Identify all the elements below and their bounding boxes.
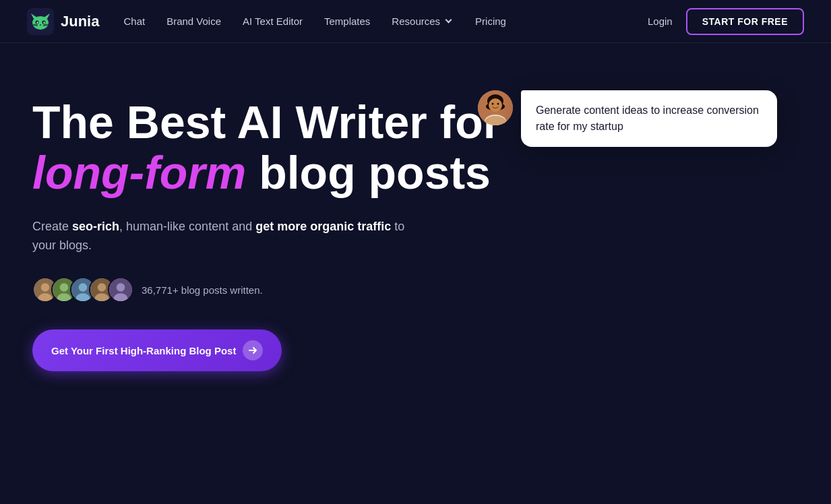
chevron-down-icon — [443, 16, 454, 27]
svg-point-8 — [40, 24, 41, 26]
nav-link-ai-text-editor[interactable]: AI Text Editor — [243, 15, 303, 27]
sub-traffic: get more organic traffic — [255, 220, 391, 233]
svg-point-20 — [79, 283, 88, 292]
svg-point-33 — [497, 103, 499, 105]
navbar-left: Junia Chat Brand Voice AI Text Editor Te… — [27, 8, 506, 35]
svg-point-32 — [492, 103, 494, 105]
sub-mid: , human-like content and — [119, 220, 255, 233]
svg-point-23 — [98, 283, 106, 292]
hero-subtext: Create seo-rich, human-like content and … — [32, 217, 410, 256]
start-for-free-button[interactable]: START FOR FREE — [686, 8, 804, 35]
chat-user-avatar — [478, 90, 513, 125]
headline-blog-posts: blog posts — [259, 147, 491, 198]
navbar: Junia Chat Brand Voice AI Text Editor Te… — [0, 0, 831, 43]
nav-link-brand-voice[interactable]: Brand Voice — [166, 15, 221, 27]
svg-point-7 — [44, 22, 45, 23]
nav-link-resources[interactable]: Resources — [392, 15, 454, 27]
headline-part1: The Best AI Writer for — [32, 96, 501, 148]
avatars — [32, 277, 133, 303]
svg-point-31 — [489, 98, 502, 112]
social-proof: 36,771+ blog posts written. — [32, 277, 799, 303]
cta-button[interactable]: Get Your First High-Ranking Blog Post — [32, 329, 282, 371]
cta-arrow-icon — [243, 340, 263, 360]
svg-point-6 — [37, 22, 38, 23]
hero-headline: The Best AI Writer for long-form blog po… — [32, 97, 531, 198]
cta-label: Get Your First High-Ranking Blog Post — [51, 345, 236, 356]
nav-link-chat[interactable]: Chat — [123, 15, 145, 27]
nav-links: Chat Brand Voice AI Text Editor Template… — [123, 15, 505, 28]
chat-bubble-container: Generate content ideas to increase conve… — [478, 90, 777, 147]
logo[interactable]: Junia — [27, 8, 99, 35]
chat-bubble: Generate content ideas to increase conve… — [521, 90, 777, 147]
chat-bubble-text: Generate content ideas to increase conve… — [536, 104, 759, 132]
social-proof-text: 36,771+ blog posts written. — [142, 284, 263, 296]
sub-seo: seo-rich — [72, 220, 119, 233]
svg-point-14 — [41, 283, 50, 292]
avatar-5 — [108, 277, 133, 303]
nav-link-templates[interactable]: Templates — [324, 15, 370, 27]
logo-text: Junia — [61, 13, 99, 30]
sub-before-seo: Create — [32, 220, 72, 233]
headline-accent: long-form — [32, 147, 246, 198]
login-button[interactable]: Login — [648, 15, 673, 27]
navbar-right: Login START FOR FREE — [648, 8, 804, 35]
svg-point-17 — [60, 283, 69, 292]
nav-link-pricing[interactable]: Pricing — [475, 15, 506, 27]
svg-point-26 — [117, 283, 125, 292]
hero-section: The Best AI Writer for long-form blog po… — [0, 43, 831, 504]
logo-icon — [27, 8, 54, 35]
